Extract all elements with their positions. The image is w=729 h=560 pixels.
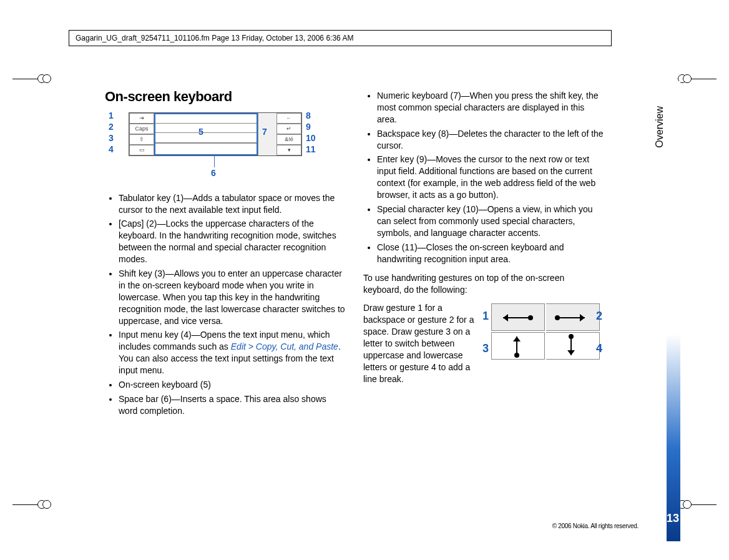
print-header: Gagarin_UG_draft_9254711_101106.fm Page … — [69, 30, 612, 46]
menu-path: Edit > Copy, Cut, and Paste — [231, 341, 338, 351]
gesture-label-1: 1 — [482, 308, 489, 323]
key-caps: Caps — [129, 124, 154, 134]
page-sidebar: Overview 13 — [642, 81, 667, 541]
gesture-label-3: 3 — [482, 341, 489, 356]
leader-line — [214, 156, 215, 167]
key-backspace: ← — [276, 113, 301, 124]
crop-mark — [12, 72, 51, 84]
right-column: Numeric keyboard (7)—When you press the … — [363, 87, 604, 420]
section-heading: On-screen keyboard — [105, 87, 346, 106]
callout-11: 11 — [306, 144, 316, 155]
gesture-cell-1 — [491, 303, 545, 331]
callout-10: 10 — [306, 132, 316, 144]
gesture-body: Draw gesture 1 for a backspace or gestur… — [363, 302, 482, 385]
svg-point-7 — [569, 334, 574, 339]
svg-point-5 — [514, 353, 519, 358]
bullet-item: Numeric keyboard (7)—When you press the … — [377, 90, 604, 125]
key-tab: ⇥ — [129, 113, 154, 124]
bullet-item: Enter key (9)—Moves the cursor to the ne… — [377, 154, 604, 201]
bullet-item: [Caps] (2)—Locks the uppercase character… — [119, 218, 346, 265]
svg-point-1 — [528, 315, 533, 320]
bullet-item: Space bar (6)—Inserts a space. This area… — [119, 393, 346, 417]
key-enter: ↵ — [276, 124, 301, 134]
callout-8: 8 — [306, 110, 311, 122]
left-bullet-list: Tabulator key (1)—Adds a tabulator space… — [105, 192, 346, 417]
key-shift: ⇧ — [129, 134, 154, 145]
callout-3: 3 — [109, 132, 114, 144]
bullet-item: Special character key (10)—Opens a view,… — [377, 204, 604, 239]
crop-mark — [12, 498, 51, 510]
callout-7: 7 — [262, 126, 267, 138]
bullet-item: Shift key (3)—Allows you to enter an upp… — [119, 268, 346, 327]
copyright-text: © 2006 Nokia. All rights reserved. — [552, 522, 638, 531]
callout-1: 1 — [109, 110, 114, 122]
svg-point-3 — [555, 315, 560, 320]
gesture-intro: To use handwriting gestures on top of th… — [363, 272, 604, 296]
callout-9: 9 — [306, 121, 311, 133]
gesture-diagram: 1 2 3 4 — [482, 302, 604, 371]
callout-4: 4 — [109, 144, 114, 155]
key-close: ▾ — [276, 145, 301, 155]
crop-mark — [678, 498, 717, 510]
gesture-cell-2 — [546, 303, 600, 331]
bullet-item: Tabulator key (1)—Adds a tabulator space… — [119, 192, 346, 216]
crop-mark — [678, 72, 717, 84]
main-content: On-screen keyboard ⇥ Caps ⇧ ▭ ← — [105, 87, 604, 420]
gesture-label-2: 2 — [596, 308, 602, 323]
numeric-area — [258, 113, 276, 155]
sidebar-gradient — [667, 81, 680, 541]
right-bullet-list: Numeric keyboard (7)—When you press the … — [363, 90, 604, 265]
gesture-cell-4 — [546, 332, 600, 360]
gesture-cell-3 — [491, 332, 545, 360]
key-menu: ▭ — [129, 145, 154, 155]
bullet-item: Backspace key (8)—Deletes the character … — [377, 128, 604, 152]
bullet-item: On-screen keyboard (5) — [119, 379, 346, 391]
doc-footer-text: Gagarin_UG_draft_9254711_101106.fm Page … — [76, 34, 353, 42]
callout-6: 6 — [211, 167, 216, 179]
keyboard-diagram: ⇥ Caps ⇧ ▭ ← ↵ &!é ▾ — [105, 112, 323, 181]
gesture-label-4: 4 — [596, 341, 602, 356]
callout-2: 2 — [109, 121, 114, 133]
bullet-item: Close (11)—Closes the on-screen keyboard… — [377, 242, 604, 265]
callout-5: 5 — [198, 126, 203, 138]
bullet-item: Input menu key (4)—Opens the text input … — [119, 329, 346, 376]
page-number: 13 — [667, 511, 679, 526]
section-label: Overview — [653, 106, 667, 148]
keyboard-body: ⇥ Caps ⇧ ▭ ← ↵ &!é ▾ — [129, 112, 302, 156]
left-column: On-screen keyboard ⇥ Caps ⇧ ▭ ← — [105, 87, 346, 420]
key-special: &!é — [276, 134, 301, 145]
